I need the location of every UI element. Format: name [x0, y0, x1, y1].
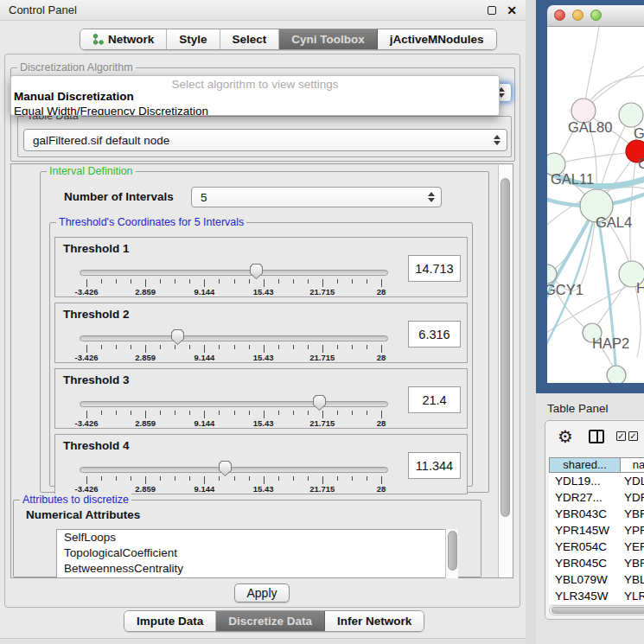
tab-impute-data[interactable]: Impute Data	[124, 611, 216, 631]
slider-tick-labels: -3.4262.8599.14415.4321.71528	[86, 353, 381, 362]
table-row[interactable]: YPR145WYPR1	[549, 522, 644, 539]
network-edge[interactable]	[630, 151, 637, 274]
panel-splitter[interactable]	[526, 0, 536, 644]
threshold-slider-track[interactable]	[80, 401, 388, 407]
cell-name: YDL1	[621, 473, 644, 489]
tab-label: Discretize Data	[228, 615, 312, 628]
table-horizontal-scrollbar[interactable]	[549, 605, 644, 615]
tab-label: Cyni Toolbox	[291, 33, 365, 46]
network-node-label: GAL80	[568, 119, 612, 135]
dropdown-option[interactable]: Manual Discretization	[11, 89, 499, 104]
threshold-panel: Threshold 4-3.4262.8599.14415.4321.71528…	[54, 434, 468, 494]
threshold-label: Threshold 4	[63, 439, 130, 452]
float-window-icon[interactable]	[488, 6, 496, 15]
network-node-label: GAL11	[551, 171, 594, 187]
split-columns-icon[interactable]	[589, 430, 604, 443]
scrollbar-thumb[interactable]	[501, 178, 510, 517]
cell-name: YBR0	[621, 555, 644, 571]
viewport-scrollbar[interactable]	[498, 165, 513, 577]
network-node-label: C	[638, 156, 644, 171]
cell-name: YDR2	[621, 489, 644, 506]
table-row[interactable]: YLR345WYLR3	[549, 588, 644, 604]
settings-scroll-viewport: Interval Definition Number of Intervals …	[10, 163, 513, 578]
number-of-intervals-label: Number of Intervals	[64, 190, 174, 203]
tab-network[interactable]: Network	[80, 29, 167, 49]
checkbox-icon[interactable]: ✓	[616, 431, 626, 441]
cyni-bottom-tabbar: Impute DataDiscretize DataInfer Network	[124, 610, 424, 632]
network-canvas[interactable]: GAL80GAGAL11CGAL4GCY1HHAP2	[547, 27, 644, 383]
cell-shared-name: YPR145W	[549, 522, 621, 539]
combo-arrows-icon	[494, 130, 501, 150]
tab-label: Style	[179, 33, 207, 46]
tab-jactivemnodules[interactable]: jActiveMNodules	[378, 29, 496, 49]
close-traffic-light-icon[interactable]	[554, 10, 565, 21]
tab-discretize-data[interactable]: Discretize Data	[216, 611, 325, 631]
tab-label: Infer Network	[337, 615, 411, 628]
tab-label: Impute Data	[137, 615, 203, 628]
threshold-slider-track[interactable]	[80, 467, 388, 473]
threshold-value-field[interactable]: 21.4	[408, 386, 461, 413]
cell-shared-name: YBR043C	[549, 506, 621, 522]
tab-label: Select	[233, 33, 267, 46]
tab-select[interactable]: Select	[220, 29, 280, 49]
attributes-group: Attributes to discretize Numerical Attri…	[13, 500, 481, 577]
attributes-list-scrollbar[interactable]	[445, 529, 458, 578]
threshold-value-field[interactable]: 14.713	[408, 255, 461, 282]
tab-cyni-toolbox[interactable]: Cyni Toolbox	[279, 29, 378, 49]
gear-icon[interactable]: ⚙	[558, 428, 573, 445]
table-row[interactable]: YDR27...YDR2	[549, 489, 644, 506]
threshold-label: Threshold 3	[63, 373, 130, 386]
cell-name: YPR1	[621, 522, 644, 539]
network-node-green[interactable]	[619, 103, 643, 127]
table-row[interactable]: YBL079WYBL0	[549, 571, 644, 588]
threshold-slider-thumb[interactable]	[219, 461, 232, 476]
table-row[interactable]: YBR043CYBR0	[549, 506, 644, 522]
attribute-list-item[interactable]: BetweennessCentrality	[57, 561, 457, 577]
attribute-list-item[interactable]: SelfLoops	[57, 530, 457, 545]
threshold-label: Threshold 1	[63, 242, 130, 255]
threshold-value-field[interactable]: 11.344	[408, 452, 461, 479]
threshold-slider-thumb[interactable]	[313, 395, 326, 411]
table-row[interactable]: YER054CYER0	[549, 539, 644, 555]
column-header-shared-name[interactable]: shared...	[549, 457, 621, 473]
number-of-intervals-combo[interactable]: 5	[191, 187, 442, 207]
table-row[interactable]: YDL19...YDL1	[549, 473, 644, 489]
network-node-label: GAL4	[596, 214, 632, 230]
network-view-window: GAL80GAGAL11CGAL4GCY1HHAP2	[536, 0, 644, 393]
dropdown-option[interactable]: Equal Width/Frequency Discretization	[11, 104, 499, 116]
numerical-attributes-list[interactable]: SelfLoopsTopologicalCoefficientBetweenne…	[56, 529, 458, 578]
threshold-slider-track[interactable]	[80, 270, 388, 276]
threshold-panel: Threshold 3-3.4262.8599.14415.4321.71528…	[54, 368, 468, 429]
network-node-green[interactable]	[607, 366, 626, 383]
network-node-label: GCY1	[547, 282, 583, 297]
threshold-slider-track[interactable]	[80, 335, 388, 341]
zoom-traffic-light-icon[interactable]	[590, 10, 602, 21]
tab-label: jActiveMNodules	[390, 33, 484, 46]
window-title: Control Panel	[9, 3, 77, 16]
minimize-traffic-light-icon[interactable]	[572, 10, 583, 21]
threshold-slider-thumb[interactable]	[171, 329, 184, 345]
cell-shared-name: YER054C	[549, 539, 621, 555]
tab-style[interactable]: Style	[167, 29, 220, 49]
cell-name: YBR0	[621, 506, 644, 522]
network-icon	[92, 34, 104, 45]
apply-button[interactable]: Apply	[234, 583, 290, 603]
close-icon[interactable]: ✕	[507, 4, 517, 16]
tab-infer-network[interactable]: Infer Network	[325, 611, 424, 631]
checkbox-icon[interactable]: ✓	[628, 431, 638, 441]
slider-tick-labels: -3.4262.8599.14415.4321.71528	[86, 287, 381, 296]
threshold-panel: Threshold 2-3.4262.8599.14415.4321.71528…	[54, 303, 468, 363]
table-row[interactable]: YBR045CYBR0	[549, 555, 644, 571]
cell-name: YLR3	[621, 588, 644, 604]
table-data-combo[interactable]: galFiltered.sif default node	[23, 129, 507, 151]
threshold-slider-thumb[interactable]	[250, 264, 263, 279]
scrollbar-thumb[interactable]	[552, 607, 644, 614]
table-body: YDL19...YDL1YDR27...YDR2YBR043CYBR0YPR14…	[549, 473, 644, 604]
attribute-list-item[interactable]: TopologicalCoefficient	[57, 545, 457, 561]
cell-shared-name: YBL079W	[549, 571, 621, 588]
cell-name: YER0	[621, 539, 644, 555]
scrollbar-thumb[interactable]	[448, 531, 457, 571]
column-header-name[interactable]: na	[621, 457, 644, 473]
threshold-value-field[interactable]: 6.316	[408, 321, 461, 348]
slider-tick-labels: -3.4262.8599.14415.4321.71528	[86, 418, 381, 428]
